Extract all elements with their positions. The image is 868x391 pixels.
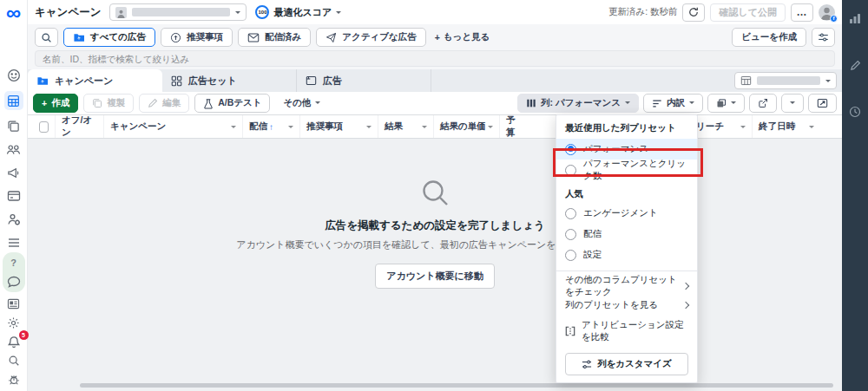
user-avatar[interactable]: f xyxy=(819,4,835,21)
ab-test-button[interactable]: A/Bテスト xyxy=(194,94,270,113)
chevron-right-icon xyxy=(682,283,689,290)
ad-account-selector[interactable] xyxy=(109,3,247,21)
see-more-filters[interactable]: + もっと見る xyxy=(435,31,490,43)
history-clock-icon[interactable] xyxy=(845,104,865,120)
optimization-score-label: 最適化スコア xyxy=(273,6,332,19)
action-toolbar: + 作成 複製 編集 A/Bテスト その他 列: xyxy=(28,92,842,114)
report-selector[interactable] xyxy=(734,72,837,89)
menu-divider xyxy=(556,270,697,271)
table-icon xyxy=(740,75,752,86)
filter-pill-recommendations[interactable]: 推奨事項 xyxy=(161,28,233,47)
column-preset-menu: 最近使用した列プリセット パフォーマンス パフォーマンスとクリック数 人気 エン… xyxy=(556,114,698,383)
customize-sliders-icon xyxy=(582,360,592,369)
refresh-button[interactable] xyxy=(682,3,705,22)
check-other-presets-link[interactable]: その他のコラムプリセットをチェック xyxy=(556,277,697,296)
view-settings-button[interactable] xyxy=(812,28,835,47)
edit-button[interactable]: 編集 xyxy=(139,94,189,113)
send-icon xyxy=(326,32,337,43)
advertise-icon[interactable] xyxy=(4,165,23,180)
column-filter-icon xyxy=(422,126,427,131)
plus-icon: + xyxy=(435,32,440,42)
news-updates-icon[interactable] xyxy=(4,296,23,311)
charts-panel-button[interactable] xyxy=(808,94,837,113)
filter-pill-label: すべての広告 xyxy=(90,31,146,43)
selector-redacted xyxy=(757,76,820,85)
select-all-checkbox[interactable] xyxy=(39,121,49,133)
preset-delivery[interactable]: 配信 xyxy=(556,224,697,244)
account-overview-icon[interactable] xyxy=(4,68,23,83)
tab-ads[interactable]: 広告 xyxy=(297,69,431,92)
view-column-presets-link[interactable]: 列のプリセットを見る xyxy=(556,296,697,315)
column-campaign[interactable]: キャンペーン xyxy=(104,115,243,138)
plus-icon: + xyxy=(42,98,47,108)
export-button[interactable] xyxy=(749,94,777,113)
create-button[interactable]: + 作成 xyxy=(33,94,78,113)
search-filter-button[interactable] xyxy=(35,28,58,47)
preset-performance-and-clicks[interactable]: パフォーマンスとクリック数 xyxy=(556,160,697,180)
copy-icon xyxy=(92,98,102,108)
more-actions-button[interactable]: その他 xyxy=(275,94,328,113)
facebook-badge-icon: f xyxy=(830,15,838,23)
horizontal-scrollbar[interactable] xyxy=(80,383,833,388)
column-cost-per-result[interactable]: 結果の単価 xyxy=(434,115,500,138)
chevron-down-icon xyxy=(315,101,320,107)
filter-pill-active-ads[interactable]: アクティブな広告 xyxy=(316,28,425,47)
column-filter-icon xyxy=(366,126,372,131)
chat-support-icon[interactable] xyxy=(4,274,23,290)
filter-pill-label: 推奨事項 xyxy=(187,31,223,43)
duplicate-button[interactable]: 複製 xyxy=(83,94,134,113)
ads-manager-app: ∞ xyxy=(0,0,868,391)
more-options-button[interactable]: … xyxy=(791,3,813,22)
notifications-bell-icon[interactable]: 5 xyxy=(4,334,23,349)
ads-settings-icon[interactable] xyxy=(4,212,23,227)
breakdown-button[interactable]: 内訳 xyxy=(643,94,703,113)
level-tabs: キャンペーン 広告セット 広告 xyxy=(28,69,842,92)
audiences-icon[interactable] xyxy=(4,141,23,157)
account-name-redacted xyxy=(132,8,230,16)
optimization-score[interactable]: 100 最適化スコア xyxy=(255,5,341,19)
create-view-button[interactable]: ビューを作成 xyxy=(732,28,806,47)
preset-engagement[interactable]: エンゲージメント xyxy=(556,203,697,224)
settings-gear-icon[interactable] xyxy=(4,315,23,330)
campaigns-nav-icon[interactable] xyxy=(4,91,23,110)
tab-campaigns[interactable]: キャンペーン xyxy=(28,69,162,92)
search-input[interactable] xyxy=(35,50,835,67)
meta-logo-icon: ∞ xyxy=(6,2,21,24)
edit-panel-icon[interactable] xyxy=(845,57,865,73)
column-budget[interactable]: 予算 xyxy=(500,115,529,138)
radio-selected-icon xyxy=(565,144,576,155)
table-header: オフ/オン キャンペーン 配信 ↑ 推奨事項 結果 xyxy=(28,114,842,139)
select-all-cell xyxy=(33,115,56,138)
reports-icon xyxy=(716,98,727,108)
envelope-icon xyxy=(247,33,260,42)
chevron-down-icon xyxy=(689,101,694,107)
billing-icon[interactable] xyxy=(4,188,23,204)
help-icon[interactable]: ? xyxy=(4,255,23,270)
column-filter-icon xyxy=(809,126,814,131)
column-recommendations[interactable]: 推奨事項 xyxy=(300,115,378,138)
compare-attribution-item[interactable]: アトリビューション設定を比較 xyxy=(556,315,697,348)
filter-pill-delivered[interactable]: 配信済み xyxy=(238,28,311,47)
report-bug-icon[interactable] xyxy=(4,372,23,388)
filter-pill-label: 配信済み xyxy=(265,31,301,43)
columns-button[interactable]: 列: パフォーマンス xyxy=(517,94,639,113)
compare-icon xyxy=(565,326,575,336)
publish-button[interactable]: 確認して公開 xyxy=(710,3,786,22)
preset-settings[interactable]: 設定 xyxy=(556,244,697,265)
right-tool-rail xyxy=(842,0,868,391)
export-options-button[interactable] xyxy=(781,94,804,113)
tab-ad-sets[interactable]: 広告セット xyxy=(162,69,297,92)
column-results[interactable]: 結果 xyxy=(378,115,434,138)
all-tools-menu-icon[interactable] xyxy=(4,235,23,251)
column-reach[interactable]: リーチ xyxy=(690,115,753,138)
filter-pill-all-ads[interactable]: すべての広告 xyxy=(63,28,155,47)
performance-chart-icon[interactable] xyxy=(845,10,865,26)
customize-columns-button[interactable]: 列をカスタマイズ xyxy=(565,353,688,375)
column-delivery[interactable]: 配信 ↑ xyxy=(243,115,300,138)
preset-performance[interactable]: パフォーマンス xyxy=(556,139,697,160)
pages-icon[interactable] xyxy=(4,118,23,134)
search-rail-icon[interactable] xyxy=(4,353,23,368)
reports-button[interactable] xyxy=(707,94,745,113)
go-to-account-overview-button[interactable]: アカウント概要に移動 xyxy=(375,264,495,289)
column-end-time[interactable]: 終了日時 xyxy=(753,115,820,138)
